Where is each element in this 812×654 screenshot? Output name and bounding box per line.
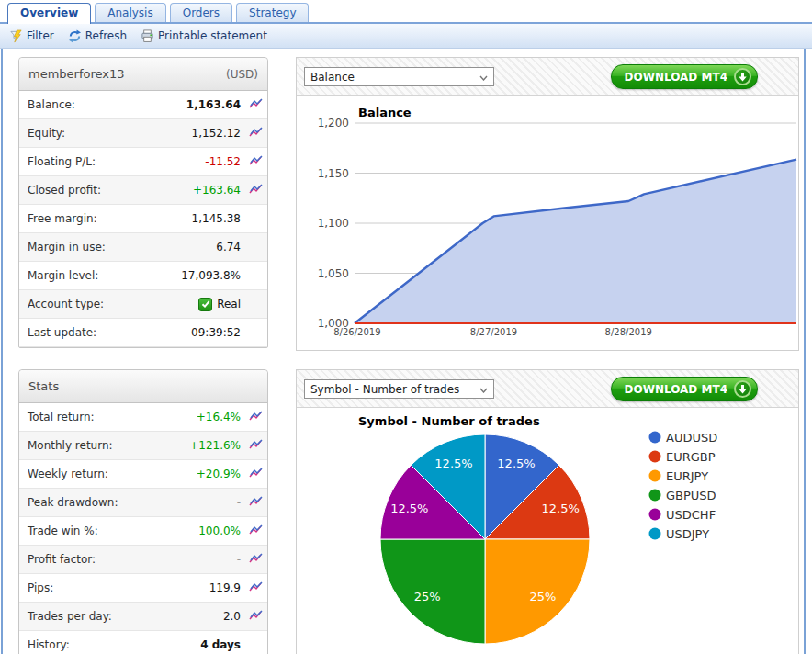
table-row: Trades per day:2.0 [19,603,267,631]
balance-area-chart: 1,0001,0501,1001,1501,2008/26/20198/27/2… [297,96,798,350]
row-value: 1,163.64 [186,98,241,111]
row-icon-slot [241,468,263,481]
real-account-checkbox-icon [198,298,212,311]
mini-chart-icon[interactable] [249,581,263,595]
stats-panel-header: Stats [19,370,267,403]
row-icon-slot [241,411,263,424]
mini-chart-icon[interactable] [249,553,263,567]
refresh-label: Refresh [85,29,127,42]
refresh-button[interactable]: Refresh [68,29,127,43]
table-row: Trade win %:100.0% [19,517,267,546]
printable-statement-label: Printable statement [158,29,267,42]
filter-lightning-icon [9,29,23,43]
svg-text:USDCHF: USDCHF [666,508,716,522]
table-row: Peak drawdown:- [19,489,267,517]
balance-chart-select-value: Balance [310,71,355,84]
row-label: Equity: [28,127,65,140]
row-label: Profit factor: [28,553,96,566]
row-label: Total return: [28,411,95,423]
filter-button[interactable]: Filter [9,29,54,43]
balance-chart-select[interactable]: Balance [304,67,494,86]
mini-chart-icon[interactable] [249,127,263,141]
table-row: Account type:Real [19,290,267,319]
download-mt4-button[interactable]: DOWNLOAD MT4 [611,64,758,89]
row-label: History: [28,638,70,651]
mini-chart-icon[interactable] [249,468,263,481]
svg-text:12.5%: 12.5% [390,502,428,515]
chevron-down-icon [479,71,488,84]
table-row: Weekly return:+20.9% [19,460,267,489]
row-icon-slot [241,127,263,141]
row-value: 1,152.12 [192,127,241,140]
svg-text:USDJPY: USDJPY [666,527,709,541]
legend-item: EURGBP [649,450,716,464]
balance-chart-header: Balance DOWNLOAD MT4 [297,58,798,96]
mini-chart-icon[interactable] [249,411,263,424]
mini-chart-icon[interactable] [249,439,263,453]
mini-chart-icon[interactable] [249,155,263,169]
svg-text:Symbol - Number of trades: Symbol - Number of trades [358,414,540,428]
row-label: Floating P/L: [28,155,96,168]
svg-text:12.5%: 12.5% [497,457,535,470]
mini-chart-icon[interactable] [249,98,263,112]
row-value: +20.9% [197,468,241,480]
svg-text:25%: 25% [529,590,556,603]
row-value: 17,093.8% [181,269,241,282]
download-mt4-button[interactable]: DOWNLOAD MT4 [611,377,758,401]
row-value: 119.9 [209,581,241,594]
table-row: Pips:119.9 [19,574,267,603]
tab-orders[interactable]: Orders [170,3,232,22]
filter-label: Filter [27,29,54,42]
row-value: 2.0 [223,610,241,623]
svg-text:8/26/2019: 8/26/2019 [333,327,380,337]
account-panel: memberforex13 (USD) Balance:1,163.64Equi… [18,57,268,348]
stats-panel: Stats Total return:+16.4%Monthly return:… [18,369,268,654]
chevron-down-icon [479,383,488,396]
svg-text:1,050: 1,050 [318,267,349,280]
tab-overview[interactable]: Overview [7,3,91,24]
legend-item: EURJPY [649,469,709,483]
row-icon-slot [241,581,263,595]
symbol-pie-select[interactable]: Symbol - Number of trades [304,379,494,399]
legend-item: USDCHF [649,508,716,522]
mini-chart-icon[interactable] [249,184,263,197]
mini-chart-icon[interactable] [249,524,263,538]
row-label: Peak drawdown: [28,496,118,509]
row-icon-slot [241,439,263,453]
svg-text:12.5%: 12.5% [542,502,580,515]
tab-strategy[interactable]: Strategy [236,3,309,22]
row-icon-slot [241,553,263,567]
table-row: Margin level:17,093.8% [19,262,267,290]
row-value: +163.64 [193,184,241,197]
svg-text:GBPUSD: GBPUSD [666,489,716,502]
svg-text:Balance: Balance [358,106,412,119]
svg-text:1,200: 1,200 [318,117,349,130]
download-arrow-icon [734,380,751,398]
download-arrow-icon [734,68,751,85]
svg-text:25%: 25% [414,590,441,603]
row-label: Free margin: [28,212,97,225]
legend-item: AUDUSD [649,431,718,445]
svg-text:1,150: 1,150 [318,167,349,180]
download-mt4-label: DOWNLOAD MT4 [625,383,727,396]
svg-text:AUDUSD: AUDUSD [666,431,717,445]
table-row: Total return:+16.4% [19,403,267,432]
mini-chart-icon[interactable] [249,610,263,624]
row-label: Last update: [28,326,96,339]
account-name: memberforex13 [28,67,125,81]
row-icon-slot [241,98,263,112]
row-label: Closed profit: [28,184,101,197]
tab-bar: OverviewAnalysisOrdersStrategy [0,0,812,24]
row-value: 09:39:52 [191,326,241,339]
printer-icon [141,29,154,43]
svg-text:EURGBP: EURGBP [666,450,716,464]
printable-statement-button[interactable]: Printable statement [141,29,267,43]
svg-text:8/27/2019: 8/27/2019 [470,327,517,337]
row-icon-slot [241,155,263,169]
tab-analysis[interactable]: Analysis [95,3,165,22]
row-value: Real [198,298,241,311]
row-value: 6.74 [216,241,241,254]
table-row: Profit factor:- [19,546,267,574]
balance-chart-panel: Balance DOWNLOAD MT4 1,0001,0501,1001,15… [296,57,799,351]
mini-chart-icon[interactable] [249,496,263,510]
